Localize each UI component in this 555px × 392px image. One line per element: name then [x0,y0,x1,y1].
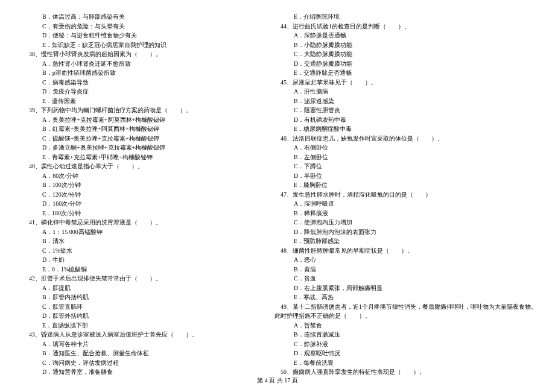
option-item: B．p溶血性链球菌感染所致 [18,68,252,78]
option-item: A．80次/分钟 [18,171,252,181]
option-item: C．下蹲位 [270,162,537,171]
option-item: B．黄疸 [270,265,537,274]
question-stem: 38、慢性肾小球肾炎发病的起始因素为（ ）。 [18,49,252,59]
option-item: A．恶心 [270,255,537,265]
option-item: A．深静脉是否通畅 [270,31,537,40]
option-item: A．右侧卧位 [270,143,537,153]
option-item: C．使肺泡内压力增加 [270,218,537,227]
question-stem: 40、窦性心动过速是指心率大于（ ）。 [18,162,252,171]
option-item: A．填写各种卡片 [18,340,252,349]
option-item: A．肝性脑病 [270,87,537,96]
option-item: B．通知医生、配合抢救、测量生命体征 [18,349,252,358]
option-item: E．青霉素+克拉霉素+甲硝唑+枸橼酸铋钾 [18,153,252,162]
option-item: D．免疫介导炎症 [18,87,252,96]
option-item: D．半卧位 [270,171,537,181]
option-item: E．糖尿病酮症酸中毒 [270,124,537,134]
question-stem: 42、肛管手术后出现排便失禁常常由于（ ）。 [18,274,252,283]
option-item: B．稀释痰液 [270,209,537,218]
option-item: E．介绍医院环境 [270,12,537,22]
option-item: D．160次/分钟 [18,199,252,209]
option-item: D．有机磷农药中毒 [270,115,537,125]
option-item: E．膝胸卧位 [270,180,537,190]
option-item: B．泌尿道感染 [270,96,537,106]
option-item: E．知识缺乏：缺乏冠心病居家自我护理的知识 [18,40,252,50]
left-column: B．体温过高：与肺部感染有关 C．有受伤的危险：与头晕有关 D．便秘：与进食粗纤… [18,12,252,377]
option-item: B．清水 [18,236,252,246]
option-item: C．询问病史，评估发病过程 [18,358,252,368]
option-item: C．阻塞性胆管炎 [270,106,537,115]
option-item: C．硫酸镁+奥美拉唑+克拉霉素+枸橼酸铋钾 [18,134,252,144]
option-item: B．肛管内括约肌 [18,292,252,302]
option-item: C．病毒感染导致 [18,78,252,87]
question-stem-cont: 此时护理措施不正确的是（ ）。 [270,311,537,321]
option-item: D．通知营养室，准备膳食 [18,367,252,377]
option-item: A．暂禁食 [270,321,537,330]
option-item: B．连续胃肠减压 [270,330,537,340]
option-item: A．肛提肌 [18,283,252,293]
option-item: B．体温过高：与肺部感染有关 [18,12,252,22]
question-stem: 47、发生急性肺水肿时，酒精湿化吸氧的目的是（ ） [270,190,537,200]
question-stem: 49、某十二指肠溃疡患者，近1个月疼痛节律性消失，餐后腹痛伴呕吐，呕吐物为大量隔… [270,302,537,312]
question-stem: 44、进行曲氏试验1的检查目的是判断（ ）。 [270,22,537,31]
option-item: C．肛管直肠环 [18,302,252,312]
option-item: E．直肠纵肌下部 [18,321,252,330]
option-item: E．每餐前洗胃 [270,358,537,368]
option-item: B．红霉素+奥美拉唑+阿莫西林+枸橼酸铋钾 [18,124,252,134]
question-stem: 39、下列药物中均为幽门螺杆菌治疗方案的药物是（ ）。 [18,106,252,115]
option-item: D．多潘立酮+奥美拉唑+克拉霉素+枸橼酸铋钾 [18,143,252,153]
option-item: E．遗传因素 [18,96,252,106]
option-item: D．右上腹肌紧张，局部触痛明显 [270,283,537,293]
question-stem: 48、细菌性肝脓肿最常见的早期症状是（ ）。 [270,246,537,256]
option-item: C．大隐静脉瓣膜功能 [270,49,537,59]
option-item: D．观察呕吐情况 [270,349,537,358]
option-item: C．1%盐水 [18,246,252,256]
option-item: C．120次/分钟 [18,190,252,200]
question-stem: 50、癫痫病人强直阵挛发生的特征性表现是（ ）。 [270,367,537,377]
option-item: E．0．1%硫酸铜 [18,265,252,274]
option-item: A．1：15 000高锰酸钾 [18,227,252,237]
option-item: B．左侧卧位 [270,153,537,162]
option-item: B．100次/分钟 [18,180,252,190]
option-item: E．预防肺部感染 [270,236,537,246]
option-item: D．交通静脉瓣膜功能 [270,59,537,69]
option-item: C．静脉补液 [270,340,537,349]
option-item: A．急性肾小球肾炎迁延不愈所致 [18,59,252,69]
question-stem: 46、法洛四联症患儿，缺氧发作时宜采取的体位是（ ）。 [270,134,537,144]
option-item: E．寒战、高热 [270,292,537,302]
option-item: D．肛管外括约肌 [18,311,252,321]
question-stem: 43、昏迷病人从急诊室被送入病室后值班护士首先应（ ）。 [18,330,252,340]
option-item: C．有受伤的危险：与头晕有关 [18,22,252,31]
question-stem: 41、磷化锌中毒禁忌采用的洗胃溶液是（ ）。 [18,218,252,227]
option-item: C．贫血 [270,274,537,283]
question-stem: 45、尿液呈烂苹果味见于（ ）。 [270,78,537,87]
option-item: A．湿润呼吸道 [270,199,537,209]
option-item: E．交通静脉是否通畅 [270,68,537,78]
option-item: D．降低肺泡内泡沫的表面张力 [270,227,537,237]
option-item: D．便秘：与进食粗纤维食物少有关 [18,31,252,40]
option-item: E．180次/分钟 [18,209,252,218]
option-item: A．奥美拉唑+克拉霉素+阿莫西林+枸橼酸铋钾 [18,115,252,125]
right-column: E．介绍医院环境 44、进行曲氏试验1的检查目的是判断（ ）。 A．深静脉是否通… [270,12,537,377]
option-item: D．牛奶 [18,255,252,265]
option-item: B．小隐静脉瓣膜功能 [270,40,537,50]
page-content: B．体温过高：与肺部感染有关 C．有受伤的危险：与头晕有关 D．便秘：与进食粗纤… [0,0,555,392]
page-footer: 第 4 页 共 17 页 [0,376,555,385]
